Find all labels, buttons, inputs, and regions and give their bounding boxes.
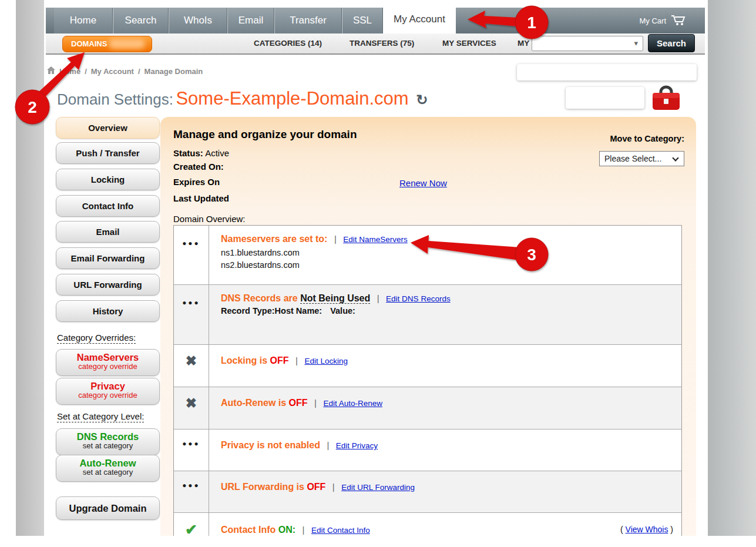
- top-navbar: Home Search WhoIs Email Transfer SSL My …: [46, 8, 705, 33]
- row-privacy: ●●● Privacy is not enabled | Edit Privac…: [174, 429, 681, 471]
- status-label: Status:: [173, 148, 203, 158]
- nameservers-override-title: NameServers: [56, 352, 159, 363]
- options-dots-icon: ●●●: [182, 239, 200, 247]
- page-title: Domain Settings: Some-Example-Domain.com…: [57, 88, 428, 109]
- breadcrumb-my-account[interactable]: My Account: [91, 67, 134, 76]
- view-whois-link[interactable]: View Whois: [626, 525, 668, 534]
- nav-tab-whois[interactable]: WhoIs: [169, 8, 227, 33]
- nav-tab-search[interactable]: Search: [113, 8, 169, 33]
- page-title-prefix: Domain Settings:: [57, 90, 173, 108]
- sidebar-tab-locking[interactable]: Locking: [56, 169, 160, 190]
- status-line: Status: Active: [173, 148, 229, 158]
- options-dots-icon: ●●●: [182, 481, 200, 489]
- renew-now-link[interactable]: Renew Now: [399, 178, 447, 188]
- options-dots-icon: ●●●: [182, 298, 200, 307]
- redacted-box: [566, 87, 644, 109]
- sub-navbar: DOMAINS CATEGORIES (14) TRANSFERS (75) M…: [46, 33, 705, 55]
- contact-info-on-status: ON:: [278, 525, 295, 535]
- x-off-icon: ✖: [186, 353, 197, 368]
- domains-label: DOMAINS: [71, 39, 107, 48]
- separator: |: [295, 355, 298, 365]
- sidebar-dns-records-button[interactable]: DNS Records set at category: [56, 428, 160, 455]
- sidebar-autorenew-button[interactable]: Auto-Renew set at category: [56, 455, 160, 482]
- options-dots-icon: ●●●: [182, 439, 200, 448]
- nav-tab-email[interactable]: Email: [227, 8, 274, 33]
- edit-autorenew-link[interactable]: Edit Auto-Renew: [323, 399, 382, 408]
- row-title: DNS Records are: [221, 293, 298, 303]
- nav-tab-my-account[interactable]: My Account: [383, 3, 456, 33]
- domain-overview-table: ●●● Nameservers are set to: | Edit NameS…: [173, 225, 682, 547]
- sidebar-tab-history[interactable]: History: [56, 300, 160, 322]
- separator: |: [303, 525, 305, 535]
- cart-icon: [671, 14, 686, 28]
- desktop-background-left: [16, 0, 44, 536]
- value-header: Value:: [330, 306, 355, 316]
- sidebar-tab-contact-info[interactable]: Contact Info: [56, 195, 160, 217]
- edit-contact-info-link[interactable]: Edit Contact Info: [311, 526, 370, 535]
- edit-url-forwarding-link[interactable]: Edit URL Forwarding: [341, 483, 415, 492]
- row-title: Contact Info: [221, 525, 275, 535]
- expires-on-label: Expires On: [173, 177, 220, 187]
- chevron-down-icon: ▾: [634, 39, 638, 48]
- sidebar-privacy-override-button[interactable]: Privacy category override: [56, 378, 160, 405]
- autorenew-title: Auto-Renew: [56, 458, 159, 468]
- dns-not-used-status: Not Being Used: [300, 293, 370, 304]
- sidebar-upgrade-domain-button[interactable]: Upgrade Domain: [56, 496, 160, 520]
- breadcrumb-home[interactable]: Home: [59, 67, 80, 76]
- row-locking: ✖ Locking is OFF | Edit Locking: [174, 344, 681, 387]
- edit-privacy-link[interactable]: Edit Privacy: [336, 441, 378, 450]
- chevron-down-icon: [672, 155, 678, 161]
- sidebar-tab-email[interactable]: Email: [56, 221, 160, 243]
- subnav-transfers[interactable]: TRANSFERS (75): [350, 33, 414, 53]
- set-at-category-heading: Set at Category Level:: [57, 411, 144, 422]
- sidebar-tab-push-transfer[interactable]: Push / Transfer: [56, 142, 160, 164]
- edit-locking-link[interactable]: Edit Locking: [304, 357, 348, 365]
- subnav-domains-button[interactable]: DOMAINS: [62, 36, 152, 52]
- sidebar-tab-overview[interactable]: Overview: [56, 117, 160, 139]
- row-nameservers: ●●● Nameservers are set to: | Edit NameS…: [174, 226, 681, 284]
- record-type-header: Record Type:: [221, 306, 275, 316]
- row-title: Locking is: [221, 355, 267, 365]
- privacy-override-title: Privacy: [56, 381, 159, 391]
- row-title: Auto-Renew is: [221, 398, 286, 408]
- sidebar-nameservers-override-button[interactable]: NameServers category override: [56, 349, 160, 376]
- screen: Home Search WhoIs Email Transfer SSL My …: [0, 0, 756, 547]
- url-forwarding-off-status: OFF: [307, 482, 325, 492]
- move-to-category-label: Move to Category:: [587, 134, 684, 143]
- paren: ): [670, 525, 673, 534]
- autorenew-subtitle: set at category: [56, 468, 159, 476]
- subnav-categories[interactable]: CATEGORIES (14): [254, 33, 322, 53]
- redacted-box: [517, 64, 697, 80]
- category-overrides-heading: Category Overrides:: [57, 333, 136, 344]
- nameservers-override-subtitle: category override: [56, 363, 159, 371]
- edit-dns-records-link[interactable]: Edit DNS Records: [386, 294, 451, 303]
- dns-records-subtitle: set at category: [56, 442, 159, 450]
- nav-tab-home[interactable]: Home: [54, 8, 113, 33]
- toolbox-icon[interactable]: [651, 85, 681, 115]
- breadcrumb-separator: /: [138, 67, 140, 76]
- x-off-icon: ✖: [186, 395, 197, 411]
- sidebar-tab-email-forwarding[interactable]: Email Forwarding: [56, 247, 160, 269]
- check-on-icon: ✔: [185, 521, 197, 538]
- last-updated-label: Last Updated: [173, 193, 229, 203]
- autorenew-off-status: OFF: [289, 398, 308, 408]
- nav-tabs: Home Search WhoIs Email Transfer SSL My …: [54, 8, 456, 33]
- separator: |: [327, 440, 329, 450]
- sidebar-tab-url-forwarding[interactable]: URL Forwarding: [56, 274, 160, 296]
- row-title: Privacy is not enabled: [221, 440, 320, 450]
- nav-tab-transfer[interactable]: Transfer: [274, 8, 342, 33]
- domain-search-combobox[interactable]: ▾: [532, 36, 643, 51]
- separator: |: [377, 293, 379, 303]
- created-on-label: Created On:: [173, 162, 224, 172]
- my-cart-button[interactable]: My Cart: [640, 14, 687, 28]
- refresh-icon[interactable]: ↻: [416, 92, 428, 108]
- nav-tab-ssl[interactable]: SSL: [342, 8, 383, 33]
- category-select[interactable]: Please Select...: [599, 151, 684, 166]
- edit-nameservers-link[interactable]: Edit NameServers: [343, 235, 408, 244]
- separator: |: [334, 234, 337, 244]
- search-button[interactable]: Search: [648, 34, 695, 52]
- paren: (: [620, 525, 623, 534]
- manage-heading: Manage and organize your domain: [173, 128, 357, 141]
- subnav-my-services[interactable]: MY SERVICES: [442, 33, 496, 53]
- privacy-override-subtitle: category override: [56, 391, 159, 400]
